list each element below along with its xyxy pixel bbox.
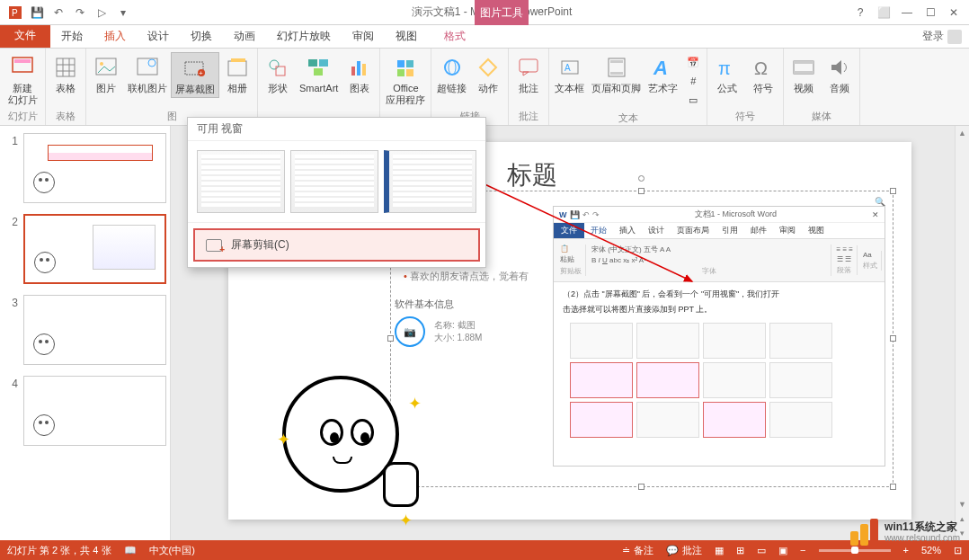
slide-counter[interactable]: 幻灯片 第 2 张，共 4 张 [7,544,111,557]
svg-rect-28 [397,69,404,76]
tab-transitions[interactable]: 切换 [180,25,223,48]
rotate-handle[interactable] [638,175,645,182]
svg-point-31 [449,60,456,75]
album-button[interactable]: 相册 [219,52,255,98]
slideshow-view-icon[interactable]: ▣ [778,545,787,556]
comment-button[interactable]: 批注 [511,52,547,96]
zoom-slider[interactable] [819,549,891,552]
close-icon[interactable]: ✕ [944,3,964,22]
tab-animations[interactable]: 动画 [223,25,266,48]
save-icon[interactable]: 💾 [27,3,47,22]
office-apps-button[interactable]: Office 应用程序 [382,52,429,108]
normal-view-icon[interactable]: ▦ [715,545,724,556]
reading-view-icon[interactable]: ▭ [757,545,766,556]
tab-design[interactable]: 设计 [137,25,180,48]
header-footer-icon [602,54,631,81]
resize-handle[interactable] [387,335,394,342]
slide-thumb-2[interactable]: 2 [4,214,166,284]
avatar-icon [947,30,962,44]
zoom-in-icon[interactable]: + [903,545,909,556]
svg-point-12 [148,59,156,67]
scroll-up-icon[interactable]: ▲ [956,126,969,140]
watermark-url: www.relsound.com [885,533,960,544]
login-button[interactable]: 登录 [915,25,969,48]
screen-clipping-action[interactable]: 屏幕剪辑(C) [193,228,480,262]
slide-thumb-4[interactable]: 4 [4,376,166,446]
available-windows [188,141,485,222]
watermark-title: win11系统之家 [885,520,960,533]
svg-point-18 [270,60,279,69]
picture-button[interactable]: 图片 [88,52,124,98]
notes-button[interactable]: ≐ 备注 [622,544,653,557]
symbol-button[interactable]: Ω 符号 [745,52,781,96]
slide-thumb-3[interactable]: 3 [4,295,166,365]
tab-format[interactable]: 格式 [433,25,476,48]
watermark-logo-icon [850,519,877,546]
tab-view[interactable]: 视图 [385,25,428,48]
chart-button[interactable]: 图表 [342,52,378,96]
action-button[interactable]: 动作 [470,52,506,96]
svg-rect-27 [406,60,413,67]
smartart-button[interactable]: SmartArt [296,52,342,96]
ribbon: 新建 幻灯片 幻灯片 表格 表格 图片 联机图片 + 屏幕截图 [0,49,969,126]
slide-title-text: 标题 [507,158,557,192]
redo-icon[interactable]: ↷ [70,3,90,22]
slide-thumb-1[interactable]: 1 计划表 [4,133,166,203]
resize-handle[interactable] [890,335,896,342]
fit-window-icon[interactable]: ⊡ [954,545,962,556]
video-button[interactable]: 视频 [786,52,822,96]
qat-more-icon[interactable]: ▾ [113,3,133,22]
start-slideshow-icon[interactable]: ▷ [92,3,111,22]
resize-handle[interactable] [890,188,896,194]
equation-button[interactable]: π 公式 [709,52,745,96]
zoom-level[interactable]: 52% [921,545,941,556]
word-title-text: 文档1 - Microsoft Word [695,209,777,220]
sorter-view-icon[interactable]: ⊞ [736,545,744,556]
help-icon[interactable]: ? [850,3,870,22]
undo-icon[interactable]: ↶ [49,3,68,22]
svg-rect-16 [228,61,246,76]
resize-handle[interactable] [890,484,896,490]
window-thumb-3[interactable] [384,150,476,213]
zoom-out-icon[interactable]: − [800,545,805,556]
ribbon-group-text: A 文本框 页眉和页脚 A 艺术字 📅 # ▭ 文本 [549,49,707,125]
header-footer-button[interactable]: 页眉和页脚 [588,52,645,110]
slide-thumbnail-panel[interactable]: 1 计划表 2 3 4 [0,126,171,540]
wordart-button[interactable]: A 艺术字 [645,52,681,110]
tab-home[interactable]: 开始 [50,25,93,48]
minimize-icon[interactable]: — [897,3,917,22]
window-thumb-1[interactable] [197,150,285,213]
tab-slideshow[interactable]: 幻灯片放映 [266,25,342,48]
svg-rect-45 [794,71,813,74]
spell-check-icon[interactable]: 📖 [124,545,137,556]
svg-rect-26 [397,60,404,67]
svg-marker-34 [523,72,529,76]
text-more-button[interactable]: 📅 # ▭ [681,52,705,110]
audio-button[interactable]: 音频 [822,52,858,96]
screenshot-button[interactable]: + 屏幕截图 [171,52,219,98]
ribbon-group-media: 视频 音频 媒体 [784,49,860,125]
vertical-scrollbar[interactable]: ▲ ▼ ▴ ▾ [955,126,969,540]
online-picture-button[interactable]: 联机图片 [124,52,171,98]
comments-button[interactable]: 💬 批注 [666,544,702,557]
symbol-icon: Ω [749,54,778,81]
resize-handle[interactable] [638,188,645,194]
hyperlink-button[interactable]: 超链接 [433,52,470,96]
svg-rect-33 [520,59,538,72]
ribbon-display-icon[interactable]: ⬜ [874,3,893,22]
tab-insert[interactable]: 插入 [93,25,137,48]
maximize-icon[interactable]: ☐ [920,3,940,22]
table-button[interactable]: 表格 [48,52,84,96]
new-slide-button[interactable]: 新建 幻灯片 [2,52,43,108]
tab-file[interactable]: 文件 [0,25,50,48]
tab-review[interactable]: 审阅 [342,25,385,48]
window-thumb-2[interactable] [290,150,378,213]
table-icon [51,54,80,81]
shapes-button[interactable]: 形状 [260,52,296,96]
cartoon-character: ✦ ✦ ✦ [282,376,426,520]
language-label[interactable]: 中文(中国) [149,544,195,557]
ppt-icon[interactable]: P [5,3,25,22]
textbox-button[interactable]: A 文本框 [551,52,588,110]
scroll-down-icon[interactable]: ▼ [956,497,969,511]
resize-handle[interactable] [638,484,645,490]
